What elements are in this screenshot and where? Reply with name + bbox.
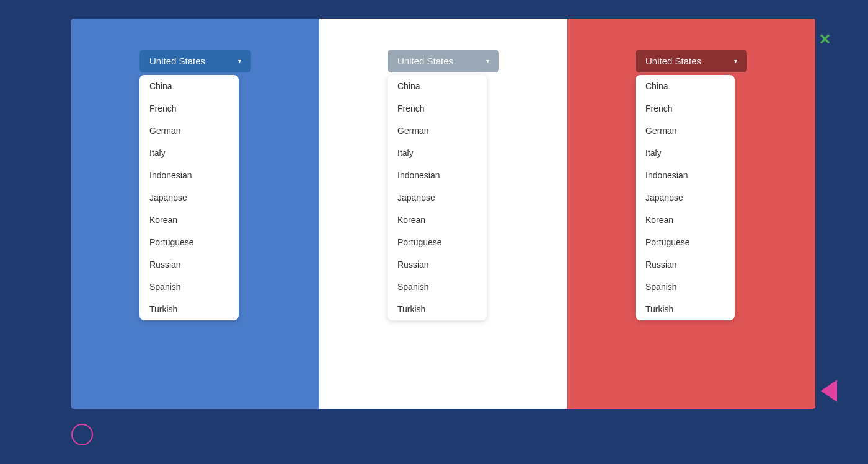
list-item[interactable]: Russian — [388, 253, 487, 276]
list-item[interactable]: China — [636, 75, 735, 97]
list-item[interactable]: Italy — [140, 142, 239, 164]
dropdown-trigger-blue[interactable]: United States ▾ — [140, 50, 251, 72]
list-item[interactable]: Japanese — [636, 186, 735, 209]
list-item[interactable]: Portuguese — [140, 231, 239, 253]
list-item[interactable]: German — [388, 120, 487, 142]
circle-icon — [71, 424, 93, 445]
chevron-down-icon-white: ▾ — [486, 58, 489, 64]
dropdown-menu-red: China French German Italy Indonesian Jap… — [636, 75, 735, 320]
panel-red: United States ▾ China French German Ital… — [567, 19, 815, 409]
dropdown-red[interactable]: United States ▾ China French German Ital… — [636, 50, 747, 320]
triangle-icon — [821, 380, 837, 402]
list-item[interactable]: Korean — [388, 209, 487, 231]
list-item[interactable]: Indonesian — [140, 164, 239, 186]
list-item[interactable]: Portuguese — [388, 231, 487, 253]
close-icon[interactable]: ✕ — [818, 31, 831, 48]
chevron-down-icon-blue: ▾ — [238, 58, 241, 64]
dropdown-label-white: United States — [397, 56, 453, 66]
dropdown-white[interactable]: United States ▾ China French German Ital… — [388, 50, 499, 320]
panel-white: United States ▾ China French German Ital… — [319, 19, 567, 409]
list-item[interactable]: French — [636, 97, 735, 120]
list-item[interactable]: Indonesian — [636, 164, 735, 186]
list-item[interactable]: Portuguese — [636, 231, 735, 253]
dropdown-trigger-gray[interactable]: United States ▾ — [388, 50, 499, 72]
list-item[interactable]: Indonesian — [388, 164, 487, 186]
dropdown-trigger-darkred[interactable]: United States ▾ — [636, 50, 747, 72]
dropdown-label-red: United States — [645, 56, 701, 66]
list-item[interactable]: German — [636, 120, 735, 142]
list-item[interactable]: Japanese — [140, 186, 239, 209]
list-item[interactable]: Italy — [636, 142, 735, 164]
list-item[interactable]: China — [388, 75, 487, 97]
list-item[interactable]: Spanish — [140, 276, 239, 298]
list-item[interactable]: Japanese — [388, 186, 487, 209]
list-item[interactable]: Turkish — [140, 298, 239, 320]
dropdown-menu-blue: China French German Italy Indonesian Jap… — [140, 75, 239, 320]
main-container: United States ▾ China French German Ital… — [71, 19, 815, 409]
list-item[interactable]: German — [140, 120, 239, 142]
list-item[interactable]: Russian — [140, 253, 239, 276]
list-item[interactable]: French — [388, 97, 487, 120]
list-item[interactable]: Spanish — [388, 276, 487, 298]
list-item[interactable]: French — [140, 97, 239, 120]
list-item[interactable]: Korean — [636, 209, 735, 231]
dropdown-blue[interactable]: United States ▾ China French German Ital… — [140, 50, 251, 320]
list-item[interactable]: Korean — [140, 209, 239, 231]
dropdown-menu-white: China French German Italy Indonesian Jap… — [388, 75, 487, 320]
list-item[interactable]: Russian — [636, 253, 735, 276]
list-item[interactable]: Italy — [388, 142, 487, 164]
dropdown-label-blue: United States — [149, 56, 205, 66]
panel-blue: United States ▾ China French German Ital… — [71, 19, 319, 409]
list-item[interactable]: Turkish — [636, 298, 735, 320]
list-item[interactable]: China — [140, 75, 239, 97]
list-item[interactable]: Turkish — [388, 298, 487, 320]
chevron-down-icon-red: ▾ — [734, 58, 737, 64]
list-item[interactable]: Spanish — [636, 276, 735, 298]
